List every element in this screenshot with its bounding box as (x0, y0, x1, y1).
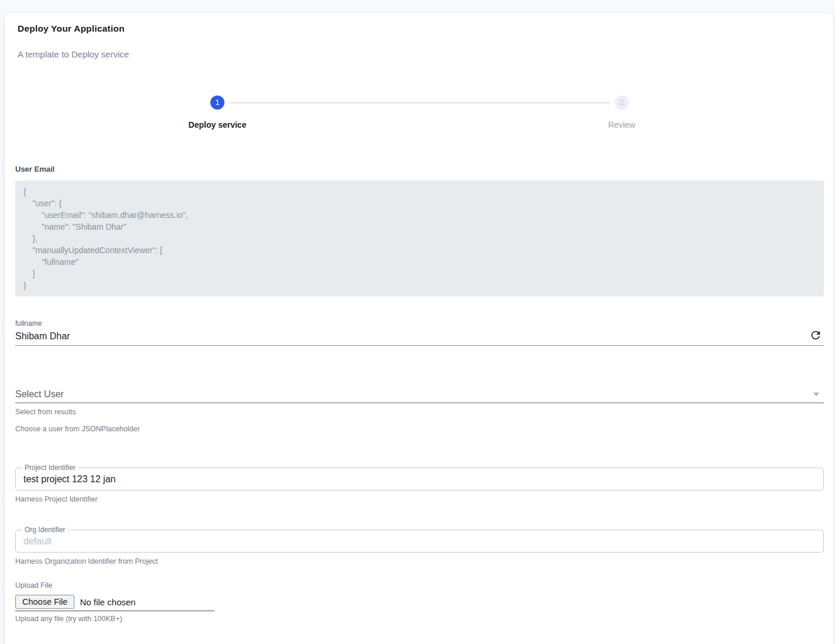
org-identifier-outline: Org Identifier (15, 530, 824, 553)
org-identifier-label: Org Identifier (22, 526, 68, 534)
deploy-service-form: User Email { "user": { "userEmail": "shi… (15, 165, 824, 623)
project-identifier-input[interactable] (23, 474, 816, 485)
step-2-icon: 2 (615, 96, 629, 110)
select-user-description: Choose a user from JSONPlaceholder (15, 425, 824, 434)
stepper: 1 Deploy service 2 Review (15, 96, 824, 130)
step-1-icon: 1 (210, 96, 224, 110)
step-deploy-service: 1 Deploy service (15, 96, 420, 130)
step-2-label: Review (608, 120, 635, 130)
user-email-label: User Email (15, 165, 824, 173)
upload-file-group: Upload File Choose File No file chosen U… (15, 581, 824, 623)
page-subtitle: A template to Deploy service (18, 49, 824, 59)
project-identifier-helper: Harness Project Identifier (15, 495, 824, 504)
page-title: Deploy Your Application (18, 23, 824, 34)
file-input[interactable]: Choose File No file chosen (15, 595, 214, 611)
select-user-value: Select User (15, 389, 824, 400)
org-identifier-input[interactable] (23, 536, 816, 547)
fullname-label: fullname (15, 319, 42, 328)
refresh-icon[interactable] (809, 329, 823, 343)
file-chosen-status: No file chosen (80, 597, 135, 607)
org-identifier-group: Org Identifier Harness Organization Iden… (15, 530, 824, 566)
template-form-card: Deploy Your Application A template to De… (5, 13, 833, 644)
step-review: 2 Review (420, 96, 824, 130)
upload-file-helper: Upload any file (try with 100KB+) (15, 615, 824, 623)
choose-file-button[interactable]: Choose File (15, 595, 74, 609)
select-user-helper: Select from results (15, 408, 824, 417)
org-identifier-helper: Harness Organization Identifier from Pro… (15, 557, 824, 566)
stepper-connector-line (229, 103, 610, 103)
upload-file-label: Upload File (15, 581, 824, 590)
chevron-down-icon (813, 393, 819, 396)
project-identifier-outline: Project Identifier (15, 468, 824, 490)
select-user-dropdown[interactable]: Select User (15, 389, 824, 403)
project-identifier-group: Project Identifier Harness Project Ident… (15, 468, 824, 504)
user-email-json-viewer: { "user": { "userEmail": "shibam.dhar@ha… (15, 180, 824, 297)
step-1-label: Deploy service (189, 120, 247, 130)
fullname-field: fullname (15, 318, 824, 346)
fullname-input[interactable] (15, 330, 798, 342)
project-identifier-label: Project Identifier (22, 464, 79, 472)
